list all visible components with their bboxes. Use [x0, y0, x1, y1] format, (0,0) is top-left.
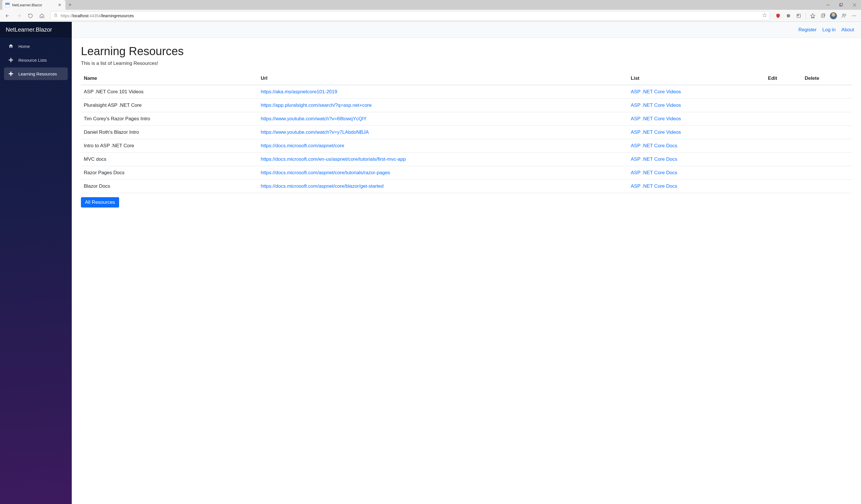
topbar: Register Log in About	[72, 22, 861, 38]
cell-delete	[802, 139, 852, 153]
resources-table: Name Url List Edit Delete ASP .NET Core …	[81, 72, 852, 193]
extension-ublock-icon[interactable]	[774, 11, 783, 21]
address-bar[interactable]: https://localhost:44354/learningresource…	[51, 11, 770, 21]
page-subtitle: This is a list of Learning Resources!	[81, 60, 852, 66]
resource-list-link[interactable]: ASP .NET Core Docs	[631, 183, 677, 189]
close-tab-button[interactable]: ✕	[57, 3, 63, 7]
new-tab-button[interactable]: +	[66, 0, 74, 10]
cell-edit	[765, 139, 802, 153]
browser-tab[interactable]: NetLearner.Blazor ✕	[2, 0, 66, 10]
browser-tab-strip: NetLearner.Blazor ✕ +	[0, 0, 861, 10]
resource-list-link[interactable]: ASP .NET Core Docs	[631, 170, 677, 175]
resource-list-link[interactable]: ASP .NET Core Docs	[631, 156, 677, 162]
minimize-button[interactable]	[821, 0, 835, 10]
favorites-icon[interactable]	[808, 11, 817, 21]
resource-list-link[interactable]: ASP .NET Core Videos	[631, 116, 681, 121]
page-title: Learning Resources	[81, 45, 852, 58]
cell-list: ASP .NET Core Docs	[628, 180, 765, 193]
collections-icon[interactable]	[819, 11, 828, 21]
cell-url: https://www.youtube.com/watch?v=y7LAbdoN…	[258, 126, 628, 139]
plus-icon	[8, 57, 14, 63]
favorite-button[interactable]	[762, 13, 767, 19]
svg-rect-5	[55, 15, 57, 17]
svg-marker-6	[763, 13, 766, 17]
resource-url-link[interactable]: https://docs.microsoft.com/aspnet/core/b…	[261, 183, 383, 189]
resource-list-link[interactable]: ASP .NET Core Videos	[631, 103, 681, 108]
url-text: https://localhost:44354/learningresource…	[60, 13, 760, 18]
toolbar-separator	[806, 13, 806, 19]
sidebar: NetLearner.Blazor Home Resource Lists Le…	[0, 22, 72, 504]
resource-url-link[interactable]: https://docs.microsoft.com/aspnet/core	[261, 143, 344, 148]
cell-edit	[765, 99, 802, 112]
cell-list: ASP .NET Core Videos	[628, 126, 765, 139]
resource-url-link[interactable]: https://docs.microsoft.com/en-us/aspnet/…	[261, 156, 406, 162]
sidebar-item-label: Home	[18, 44, 30, 49]
cell-url: https://docs.microsoft.com/aspnet/core	[258, 139, 628, 153]
feedback-icon[interactable]	[839, 11, 848, 21]
more-menu-button[interactable]	[849, 11, 859, 21]
cell-url: https://docs.microsoft.com/en-us/aspnet/…	[258, 153, 628, 166]
col-url: Url	[258, 72, 628, 85]
resource-url-link[interactable]: https://www.youtube.com/watch?v=y7LAbdoN…	[261, 130, 369, 135]
cell-delete	[802, 180, 852, 193]
extension-generic-icon[interactable]	[784, 11, 793, 21]
resource-list-link[interactable]: ASP .NET Core Videos	[631, 130, 681, 135]
about-link[interactable]: About	[842, 27, 854, 33]
cell-list: ASP .NET Core Videos	[628, 112, 765, 126]
favicon-icon	[5, 3, 10, 7]
col-delete: Delete	[802, 72, 852, 85]
cell-url: https://www.youtube.com/watch?v=68towqYc…	[258, 112, 628, 126]
page-content: Learning Resources This is a list of Lea…	[72, 38, 861, 214]
sidebar-nav: Home Resource Lists Learning Resources	[0, 38, 72, 83]
cell-name: Razor Pages Docs	[81, 166, 258, 180]
close-window-button[interactable]	[848, 0, 861, 10]
sidebar-item-home[interactable]: Home	[4, 40, 68, 53]
profile-avatar[interactable]	[829, 11, 838, 21]
cell-list: ASP .NET Core Videos	[628, 99, 765, 112]
svg-rect-22	[10, 72, 11, 76]
home-button[interactable]	[37, 11, 47, 21]
resource-url-link[interactable]: https://app.pluralsight.com/search/?q=as…	[261, 103, 372, 108]
browser-toolbar: https://localhost:44354/learningresource…	[0, 10, 861, 22]
refresh-button[interactable]	[25, 11, 36, 21]
cell-edit	[765, 153, 802, 166]
table-row: MVC docshttps://docs.microsoft.com/en-us…	[81, 153, 852, 166]
brand-title: NetLearner.Blazor	[0, 22, 72, 38]
resource-list-link[interactable]: ASP .NET Core Docs	[631, 143, 677, 148]
plus-icon	[8, 71, 14, 77]
forward-button[interactable]	[14, 11, 24, 21]
table-row: Intro to ASP .NET Corehttps://docs.micro…	[81, 139, 852, 153]
resource-url-link[interactable]: https://www.youtube.com/watch?v=68towqYc…	[261, 116, 367, 121]
cell-name: ASP .NET Core 101 Videos	[81, 85, 258, 99]
register-link[interactable]: Register	[798, 27, 817, 33]
reading-view-icon[interactable]	[794, 11, 803, 21]
svg-marker-10	[811, 13, 815, 17]
back-button[interactable]	[2, 11, 13, 21]
lock-icon	[54, 13, 58, 18]
resource-url-link[interactable]: https://docs.microsoft.com/aspnet/core/t…	[261, 170, 390, 175]
avatar-icon	[830, 12, 837, 19]
cell-edit	[765, 112, 802, 126]
sidebar-item-resource-lists[interactable]: Resource Lists	[4, 54, 68, 66]
cell-name: Intro to ASP .NET Core	[81, 139, 258, 153]
cell-url: https://docs.microsoft.com/aspnet/core/b…	[258, 180, 628, 193]
table-row: ASP .NET Core 101 Videoshttps://aka.ms/a…	[81, 85, 852, 99]
sidebar-item-learning-resources[interactable]: Learning Resources	[4, 67, 68, 80]
login-link[interactable]: Log in	[822, 27, 835, 33]
col-name: Name	[81, 72, 258, 85]
cell-delete	[802, 112, 852, 126]
table-header-row: Name Url List Edit Delete	[81, 72, 852, 85]
cell-name: Pluralsight ASP .NET Core	[81, 99, 258, 112]
svg-rect-9	[797, 15, 799, 16]
maximize-button[interactable]	[835, 0, 848, 10]
svg-point-7	[787, 14, 790, 17]
cell-edit	[765, 166, 802, 180]
svg-point-16	[852, 15, 853, 16]
cell-delete	[802, 166, 852, 180]
resource-list-link[interactable]: ASP .NET Core Videos	[631, 89, 681, 94]
svg-rect-20	[10, 58, 11, 62]
all-resources-button[interactable]: All Resources	[81, 197, 119, 207]
sidebar-item-label: Resource Lists	[18, 58, 47, 63]
resource-url-link[interactable]: https://aka.ms/aspnetcore101-2019	[261, 89, 337, 94]
table-row: Blazor Docshttps://docs.microsoft.com/as…	[81, 180, 852, 193]
